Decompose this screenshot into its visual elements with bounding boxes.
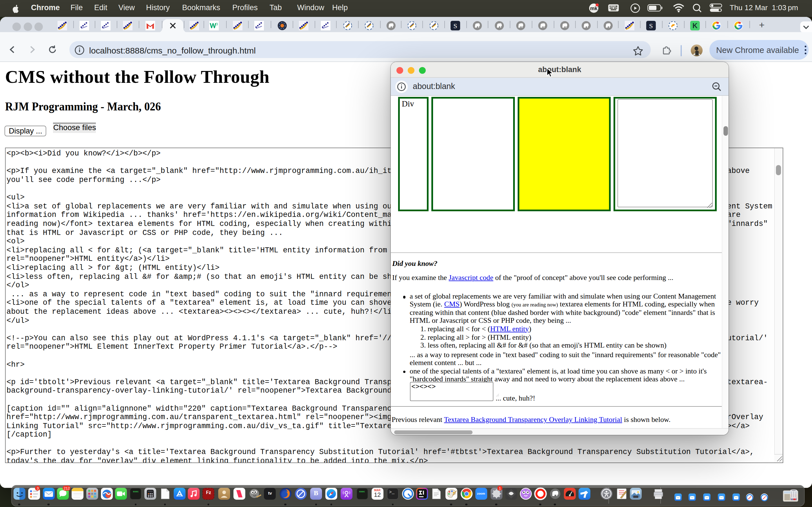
svg-text:3: 3 xyxy=(216,22,218,26)
svg-text:S: S xyxy=(454,22,457,29)
svg-text:mk: mk xyxy=(590,6,598,11)
svg-text:K: K xyxy=(692,22,697,30)
svg-text:S: S xyxy=(649,22,653,29)
